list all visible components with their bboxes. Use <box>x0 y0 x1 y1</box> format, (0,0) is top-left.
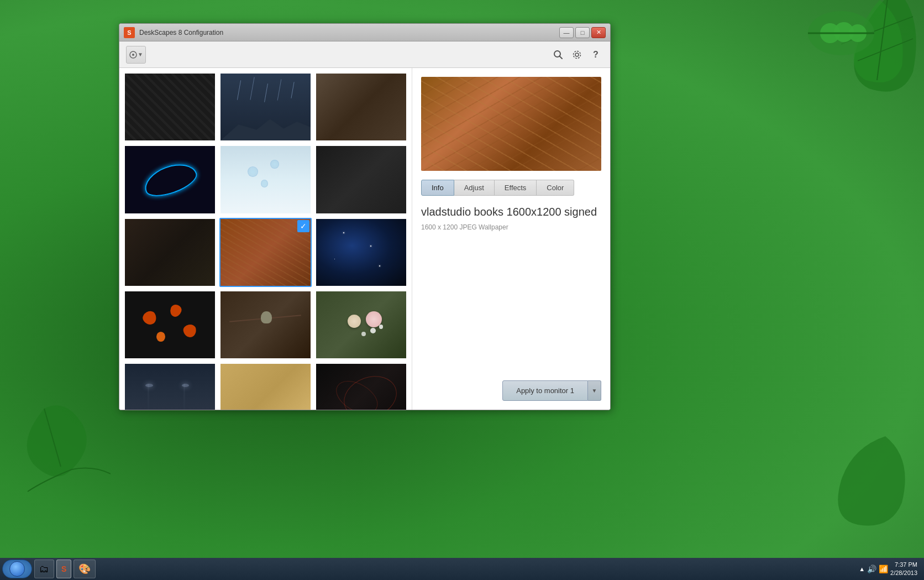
svg-point-3 <box>834 22 854 42</box>
wallpaper-item-8[interactable]: ✓ <box>219 218 312 287</box>
taskbar-app-deskscapes[interactable]: S <box>56 560 71 578</box>
wallpaper-item-9[interactable] <box>315 218 407 287</box>
wallpaper-item-6[interactable] <box>315 145 407 214</box>
apply-area: Apply to monitor 1 ▼ <box>421 374 601 401</box>
window-title: DeskScapes 8 Configuration <box>139 29 559 36</box>
apply-to-monitor-button[interactable]: Apply to monitor 1 <box>502 380 588 401</box>
app-icon: S <box>124 27 135 38</box>
svg-point-2 <box>820 23 840 43</box>
selected-badge: ✓ <box>297 220 309 232</box>
wallpaper-item-3[interactable] <box>315 72 407 142</box>
start-button[interactable] <box>2 560 32 578</box>
taskbar-clock[interactable]: 7:37 PM 2/28/2013 <box>890 561 917 578</box>
toolbar-right: ? <box>550 47 603 62</box>
tab-color[interactable]: Color <box>537 180 574 196</box>
preview-image <box>421 77 601 171</box>
wallpaper-item-11[interactable] <box>219 290 312 359</box>
main-body: ✓ <box>119 68 610 410</box>
tab-info[interactable]: Info <box>421 180 454 196</box>
wallpaper-item-15[interactable] <box>315 363 407 410</box>
leaf-decoration-left <box>0 381 111 547</box>
taskbar-app-paint[interactable]: 🎨 <box>74 560 96 578</box>
info-content: vladstudio books 1600x1200 signed 1600 x… <box>421 205 601 374</box>
wallpaper-item-2[interactable] <box>219 72 312 142</box>
tray-up-arrow[interactable]: ▲ <box>859 566 865 572</box>
window-controls: — □ ✕ <box>559 27 606 38</box>
tab-effects[interactable]: Effects <box>495 180 537 196</box>
gear-icon <box>572 50 582 60</box>
minimize-button[interactable]: — <box>559 27 574 38</box>
window-content: ▼ ? <box>119 41 610 410</box>
svg-point-4 <box>849 24 867 42</box>
network-icon[interactable]: 📶 <box>879 565 888 573</box>
svg-point-1 <box>808 11 874 55</box>
wallpaper-item-1[interactable] <box>124 72 216 142</box>
wallpaper-grid-panel[interactable]: ✓ <box>119 68 412 410</box>
leaf-decoration-bottom-right <box>775 436 913 547</box>
apply-button-group: Apply to monitor 1 ▼ <box>502 380 601 401</box>
title-bar: S DeskScapes 8 Configuration — □ ✕ <box>119 24 610 41</box>
clock-time: 7:37 PM <box>890 561 917 569</box>
taskbar-right-area: ▲ 🔊 📶 7:37 PM 2/28/2013 <box>859 561 922 578</box>
wallpaper-meta: 1600 x 1200 JPEG Wallpaper <box>421 223 601 231</box>
volume-icon[interactable]: 🔊 <box>867 565 876 573</box>
maximize-button[interactable]: □ <box>575 27 590 38</box>
settings-button[interactable] <box>569 47 585 62</box>
help-button[interactable]: ? <box>588 47 603 62</box>
system-tray-icons: ▲ 🔊 📶 <box>859 565 888 573</box>
preview-books-pattern <box>421 77 601 171</box>
wallpaper-item-12[interactable] <box>315 290 407 359</box>
svg-point-8 <box>132 54 134 56</box>
svg-point-12 <box>574 51 581 58</box>
tab-adjust[interactable]: Adjust <box>454 180 495 196</box>
wallpaper-item-4[interactable] <box>124 145 216 214</box>
info-panel: Info Adjust Effects Color vladstudio boo… <box>412 68 610 410</box>
wallpaper-grid: ✓ <box>124 72 407 410</box>
start-orb <box>9 561 25 577</box>
apply-dropdown-button[interactable]: ▼ <box>588 380 601 401</box>
toolbar: ▼ ? <box>119 41 610 68</box>
svg-point-11 <box>575 53 579 56</box>
wallpaper-title: vladstudio books 1600x1200 signed <box>421 205 601 219</box>
toolbar-left: ▼ <box>126 46 546 64</box>
svg-line-0 <box>877 0 888 80</box>
nav-home-button[interactable]: ▼ <box>126 46 146 64</box>
svg-line-10 <box>560 56 563 59</box>
home-icon <box>129 50 138 59</box>
main-window: S DeskScapes 8 Configuration — □ ✕ ▼ <box>119 23 611 410</box>
clock-date: 2/28/2013 <box>890 569 917 577</box>
leaf-decoration-peas <box>786 0 896 166</box>
wallpaper-item-14[interactable] <box>219 363 312 410</box>
close-button[interactable]: ✕ <box>591 27 606 38</box>
taskbar: 🗂 S 🎨 ▲ 🔊 📶 7:37 PM 2/28/2013 <box>0 558 924 580</box>
leaf-decoration-top-right <box>758 0 924 210</box>
wallpaper-item-5[interactable] <box>219 145 312 214</box>
wallpaper-item-10[interactable] <box>124 290 216 359</box>
taskbar-app-explorer[interactable]: 🗂 <box>34 560 54 578</box>
wallpaper-item-13[interactable] <box>124 363 216 410</box>
tab-bar: Info Adjust Effects Color <box>421 180 601 196</box>
svg-line-6 <box>44 409 61 467</box>
wallpaper-item-7[interactable] <box>124 218 216 287</box>
search-button[interactable] <box>550 47 566 62</box>
search-icon <box>553 50 563 60</box>
